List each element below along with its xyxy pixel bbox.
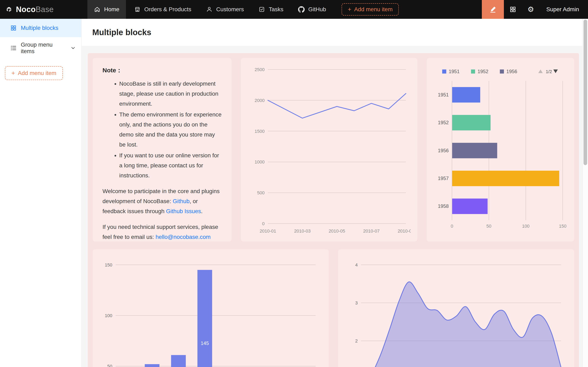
content-area: Note： NocoBase is still in early develop… <box>82 46 588 367</box>
markdown-note-block: Note： NocoBase is still in early develop… <box>93 58 232 242</box>
svg-text:1951: 1951 <box>449 69 459 74</box>
svg-text:150: 150 <box>105 262 112 267</box>
line-chart-block: 050010001500200025002010-012010-032010-0… <box>241 58 417 242</box>
area-chart-block: 432 <box>338 249 574 367</box>
blocks-canvas: Note： NocoBase is still in early develop… <box>88 53 579 367</box>
nav-item-home[interactable]: Home <box>87 0 126 19</box>
nav-item-label: Orders & Products <box>144 6 191 13</box>
svg-text:2010-07: 2010-07 <box>363 228 380 234</box>
svg-text:1958: 1958 <box>438 203 449 209</box>
shop-icon <box>134 6 141 13</box>
svg-text:150: 150 <box>559 224 567 229</box>
note-paragraph: If you need technical support services, … <box>103 222 222 242</box>
svg-text:0: 0 <box>451 224 453 229</box>
svg-text:2010-03: 2010-03 <box>294 228 311 234</box>
svg-text:1952: 1952 <box>438 120 449 125</box>
svg-text:1000: 1000 <box>255 159 265 165</box>
highlighter-icon <box>489 6 497 13</box>
svg-text:2: 2 <box>355 338 358 343</box>
list-icon <box>10 45 17 51</box>
svg-text:1956: 1956 <box>438 148 449 153</box>
note-bullet: NocoBase is still in early development s… <box>119 79 222 109</box>
user-menu[interactable]: Super Admin <box>540 6 588 13</box>
user-icon <box>206 6 213 13</box>
ui-editor-button[interactable] <box>482 0 504 19</box>
svg-text:100: 100 <box>522 224 530 229</box>
blocks-row-2: 15010050145 432 <box>93 249 574 367</box>
svg-text:500: 500 <box>257 190 265 195</box>
svg-text:0: 0 <box>262 221 265 226</box>
note-bullet: If you want to use our online version fo… <box>119 150 222 180</box>
svg-text:2010-05: 2010-05 <box>329 228 345 234</box>
brand-light: Base <box>36 5 54 14</box>
svg-text:3: 3 <box>355 300 358 306</box>
sidebar-item-multiple-blocks[interactable]: Multiple blocks <box>0 19 81 37</box>
nav-item-customers[interactable]: Customers <box>200 0 250 19</box>
system-settings-button[interactable]: ⚙ <box>522 0 540 19</box>
blocks-icon <box>10 25 17 31</box>
scrollbar[interactable] <box>582 19 588 367</box>
brand[interactable]: NocoBase <box>0 0 82 19</box>
top-navbar: NocoBase Home Orders & Products Customer… <box>0 0 588 19</box>
svg-text:50: 50 <box>486 224 491 229</box>
nav-add-menu-item-button[interactable]: + Add menu item <box>342 3 399 16</box>
plus-icon: + <box>11 70 15 76</box>
nav-item-orders-products[interactable]: Orders & Products <box>128 0 198 19</box>
checkbox-icon <box>258 6 265 13</box>
svg-text:1951: 1951 <box>438 92 449 98</box>
note-link[interactable]: Github Issues <box>166 208 201 214</box>
area-chart: 432 <box>345 256 568 367</box>
brand-bold: Noco <box>16 5 36 14</box>
nocobase-logo-icon <box>6 6 12 13</box>
svg-text:2500: 2500 <box>255 67 265 72</box>
grid-icon <box>509 6 516 13</box>
chevron-down-icon <box>71 46 76 50</box>
note-text: . <box>201 208 203 214</box>
navbar-right: ⚙ Super Admin <box>482 0 588 19</box>
line-chart: 050010001500200025002010-012010-032010-0… <box>248 65 411 235</box>
svg-text:50: 50 <box>107 364 112 367</box>
nav-item-tasks[interactable]: Tasks <box>252 0 290 19</box>
note-bullet: The demo environment is for experience o… <box>119 109 222 150</box>
nav-item-label: Tasks <box>269 6 283 13</box>
note-title: Note： <box>103 66 222 75</box>
scrollbar-thumb[interactable] <box>583 20 587 165</box>
main-menu: Home Orders & Products Customers Tasks G… <box>82 0 482 19</box>
note-link[interactable]: hello@nocobase.com <box>156 234 211 240</box>
brand-name: NocoBase <box>16 5 54 14</box>
sidebar-item-label: Multiple blocks <box>21 25 58 31</box>
github-icon <box>298 6 305 13</box>
column-chart-block: 15010050145 <box>93 249 329 367</box>
svg-text:145: 145 <box>201 341 209 346</box>
note-bullet-list: NocoBase is still in early development s… <box>103 79 222 180</box>
nav-item-label: Customers <box>216 6 244 13</box>
page-header: Multiple blocks <box>82 19 588 46</box>
sidebar-item-group-menu-items[interactable]: Group menu items <box>0 39 81 57</box>
svg-text:2010-09: 2010-09 <box>398 228 411 234</box>
note-paragraph: Welcome to participate in the core and p… <box>103 186 222 216</box>
nav-item-label: GitHub <box>308 6 326 13</box>
sidebar-item-label: Group menu items <box>21 42 64 55</box>
sidebar-add-menu-item-button[interactable]: + Add menu item <box>5 66 63 80</box>
note-link[interactable]: Github <box>173 198 190 204</box>
plus-icon: + <box>348 6 351 12</box>
svg-text:1500: 1500 <box>255 129 265 134</box>
sidebar-add-label: Add menu item <box>18 70 56 76</box>
svg-text:2000: 2000 <box>255 98 265 103</box>
page-title: Multiple blocks <box>92 28 151 37</box>
blocks-row-1: Note： NocoBase is still in early develop… <box>93 58 574 242</box>
horizontal-bar-chart: 1951195219561/20501001501951195219561957… <box>433 65 568 235</box>
svg-text:100: 100 <box>105 313 112 318</box>
svg-text:2010-01: 2010-01 <box>260 228 276 234</box>
main-area: Multiple blocks Note： NocoBase is still … <box>82 19 588 367</box>
plugin-manager-button[interactable] <box>504 0 522 19</box>
nav-item-label: Home <box>104 6 120 13</box>
svg-text:1952: 1952 <box>477 69 488 74</box>
column-chart: 15010050145 <box>99 256 322 367</box>
svg-text:4: 4 <box>355 262 358 267</box>
svg-text:1956: 1956 <box>506 69 517 74</box>
gear-icon: ⚙ <box>528 6 534 13</box>
note-text: Welcome to participate in the core and p… <box>103 188 220 204</box>
home-icon <box>94 6 100 13</box>
nav-item-github[interactable]: GitHub <box>291 0 333 19</box>
